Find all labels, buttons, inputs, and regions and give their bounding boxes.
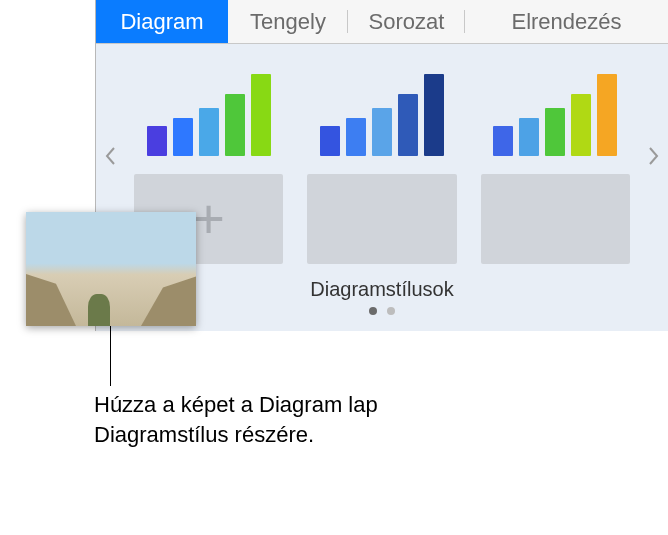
dragged-image-thumbnail[interactable]	[26, 212, 196, 326]
page-dot[interactable]	[387, 307, 395, 315]
tab-elrendezes[interactable]: Elrendezés	[465, 0, 668, 43]
chart-style-preset[interactable]	[307, 66, 456, 156]
tab-sorozat[interactable]: Sorozat	[348, 0, 465, 43]
plus-icon: +	[192, 191, 225, 247]
tab-tengely[interactable]: Tengely	[228, 0, 348, 43]
chart-bar	[199, 108, 219, 156]
chevron-right-icon	[648, 146, 660, 166]
chart-bar	[372, 108, 392, 156]
styles-next-arrow[interactable]	[648, 144, 660, 170]
chart-style-empty-tile[interactable]	[307, 174, 456, 264]
callout-line	[110, 326, 111, 386]
chart-bar	[571, 94, 591, 156]
chart-style-preset[interactable]	[134, 66, 283, 156]
page-dot[interactable]	[369, 307, 377, 315]
chart-style-presets-row	[108, 66, 656, 156]
chart-bar	[173, 118, 193, 156]
chart-bar	[251, 74, 271, 156]
chart-bar	[424, 74, 444, 156]
callout-text: Húzza a képet a Diagram lap Diagramstílu…	[94, 390, 494, 449]
chart-bar	[519, 118, 539, 156]
chart-bar	[545, 108, 565, 156]
chart-bar	[147, 126, 167, 156]
chart-bar	[320, 126, 340, 156]
chart-bar	[398, 94, 418, 156]
styles-prev-arrow[interactable]	[104, 144, 116, 170]
image-detail	[88, 294, 110, 326]
tab-diagram[interactable]: Diagram	[96, 0, 228, 43]
chart-style-empty-tile[interactable]	[481, 174, 630, 264]
chevron-left-icon	[104, 146, 116, 166]
chart-bar	[493, 126, 513, 156]
chart-bar	[597, 74, 617, 156]
chart-bar	[346, 118, 366, 156]
inspector-tabs: Diagram Tengely Sorozat Elrendezés	[96, 0, 668, 44]
chart-bar	[225, 94, 245, 156]
chart-style-preset[interactable]	[481, 66, 630, 156]
